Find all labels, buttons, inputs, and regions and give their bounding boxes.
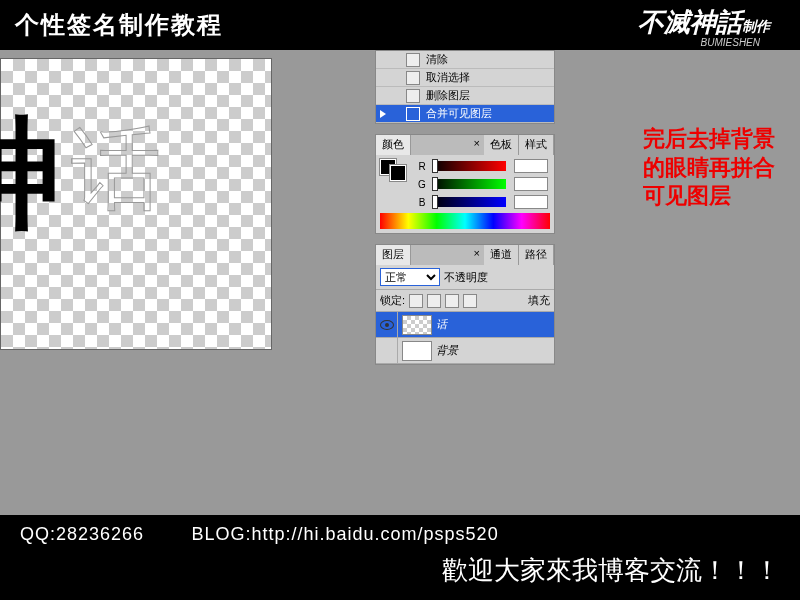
color-panel: 颜色 × 色板 样式 R G <box>375 134 555 234</box>
canvas-glyph-1: 神 <box>0 94 61 257</box>
slider-thumb[interactable] <box>432 159 438 173</box>
history-label: 取消选择 <box>426 70 470 85</box>
transparency-checker: 神 话 <box>1 59 271 349</box>
eye-icon <box>380 320 394 330</box>
tab-styles[interactable]: 样式 <box>519 135 554 155</box>
b-track[interactable] <box>432 197 506 207</box>
layer-thumbnail[interactable] <box>402 315 432 335</box>
fg-bg-swatches[interactable] <box>376 155 410 211</box>
layer-lock-row: 锁定: 填充 <box>376 290 554 312</box>
history-panel: 清除 取消选择 删除图层 合并可见图层 <box>375 50 555 124</box>
slider-g: G <box>410 175 554 193</box>
instruction-text: 完后去掉背景 的眼睛再拼合 可见图层 <box>643 125 775 211</box>
opacity-label: 不透明度 <box>444 270 488 285</box>
layer-blend-row: 正常 不透明度 <box>376 265 554 290</box>
top-banner: 个性签名制作教程 不滅神話制作 BUMIESHEN <box>0 0 800 50</box>
tab-close-marker: × <box>470 135 484 155</box>
banner-title: 个性签名制作教程 <box>15 9 223 41</box>
b-value[interactable] <box>514 195 548 209</box>
visibility-toggle[interactable] <box>376 312 398 337</box>
color-panel-tabs: 颜色 × 色板 样式 <box>376 135 554 155</box>
lock-transparency-icon[interactable] <box>409 294 423 308</box>
bottom-banner: QQ:28236266 BLOG:http://hi.baidu.com/psp… <box>0 515 800 600</box>
background-swatch[interactable] <box>390 165 406 181</box>
hue-bar[interactable] <box>380 213 550 229</box>
layer-row[interactable]: 背景 <box>376 338 554 364</box>
r-track[interactable] <box>432 161 506 171</box>
g-value[interactable] <box>514 177 548 191</box>
history-item-selected[interactable]: 合并可见图层 <box>376 105 554 123</box>
tab-layers[interactable]: 图层 <box>376 245 411 265</box>
r-label: R <box>416 161 428 172</box>
tab-close-marker: × <box>470 245 484 265</box>
tab-paths[interactable]: 路径 <box>519 245 554 265</box>
g-track[interactable] <box>432 179 506 189</box>
banner-logo-sub: BUMIESHEN <box>701 37 760 48</box>
history-item[interactable]: 清除 <box>376 51 554 69</box>
layer-thumbnail[interactable] <box>402 341 432 361</box>
slider-b: B <box>410 193 554 211</box>
g-label: G <box>416 179 428 190</box>
history-label: 合并可见图层 <box>426 106 492 121</box>
current-step-icon <box>380 110 386 118</box>
slider-thumb[interactable] <box>432 177 438 191</box>
layer-row-selected[interactable]: 话 <box>376 312 554 338</box>
layer-name[interactable]: 话 <box>436 317 447 332</box>
fill-label: 填充 <box>528 293 550 308</box>
layers-panel-tabs: 图层 × 通道 路径 <box>376 245 554 265</box>
lock-all-icon[interactable] <box>463 294 477 308</box>
history-step-icon <box>406 53 420 67</box>
tab-swatches[interactable]: 色板 <box>484 135 519 155</box>
r-value[interactable] <box>514 159 548 173</box>
panels-column: 清除 取消选择 删除图层 合并可见图层 颜色 × 色板 样式 <box>375 50 555 365</box>
slider-r: R <box>410 157 554 175</box>
slider-thumb[interactable] <box>432 195 438 209</box>
tab-channels[interactable]: 通道 <box>484 245 519 265</box>
lock-position-icon[interactable] <box>445 294 459 308</box>
canvas-area[interactable]: 神 话 <box>0 58 272 350</box>
banner-logo: 不滅神話制作 <box>638 5 770 40</box>
blend-mode-select[interactable]: 正常 <box>380 268 440 286</box>
visibility-toggle[interactable] <box>376 338 398 363</box>
tab-color[interactable]: 颜色 <box>376 135 411 155</box>
contact-line: QQ:28236266 BLOG:http://hi.baidu.com/psp… <box>20 523 780 545</box>
welcome-line: 歡迎大家來我博客交流！！！ <box>20 553 780 588</box>
history-label: 删除图层 <box>426 88 470 103</box>
layers-panel: 图层 × 通道 路径 正常 不透明度 锁定: 填充 <box>375 244 555 365</box>
history-step-icon <box>406 71 420 85</box>
history-step-icon <box>406 107 420 121</box>
history-step-icon <box>406 89 420 103</box>
lock-label: 锁定: <box>380 293 405 308</box>
workspace: 神 话 清除 取消选择 删除图层 合并可见图层 <box>0 50 800 515</box>
layer-name[interactable]: 背景 <box>436 343 458 358</box>
lock-pixels-icon[interactable] <box>427 294 441 308</box>
history-item[interactable]: 取消选择 <box>376 69 554 87</box>
canvas-glyph-2: 话 <box>71 109 161 231</box>
history-label: 清除 <box>426 52 448 67</box>
b-label: B <box>416 197 428 208</box>
history-item[interactable]: 删除图层 <box>376 87 554 105</box>
